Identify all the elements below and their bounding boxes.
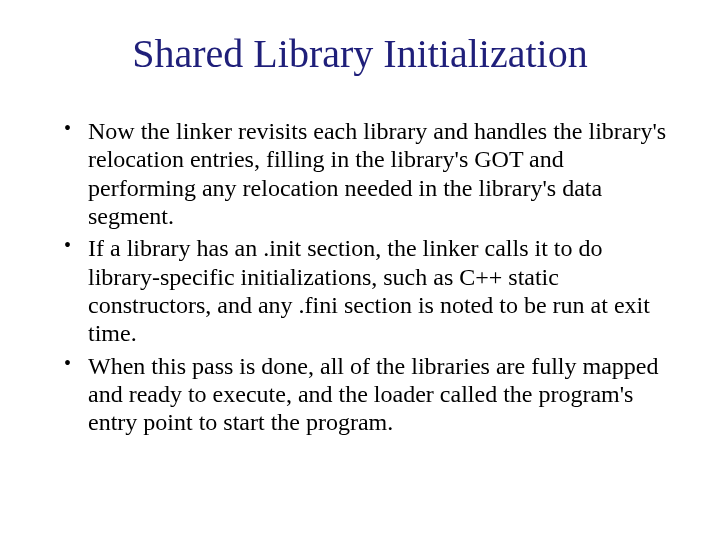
list-item: Now the linker revisits each library and… bbox=[60, 117, 670, 230]
list-item: If a library has an .init section, the l… bbox=[60, 234, 670, 347]
bullet-list: Now the linker revisits each library and… bbox=[60, 117, 670, 436]
slide-title: Shared Library Initialization bbox=[50, 30, 670, 77]
list-item: When this pass is done, all of the libra… bbox=[60, 352, 670, 437]
slide: Shared Library Initialization Now the li… bbox=[0, 0, 720, 540]
